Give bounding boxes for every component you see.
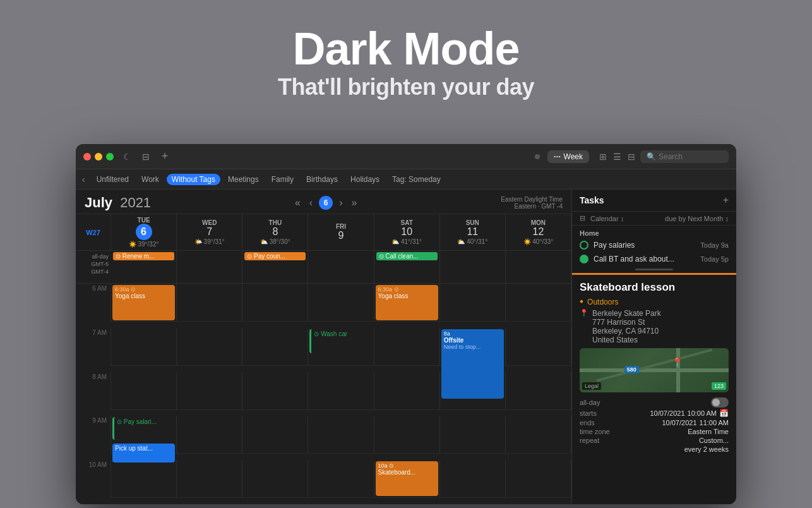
filter-holidays[interactable]: Holidays [345,174,385,185]
map-road-h [580,368,729,372]
allday-toggle[interactable] [711,397,729,408]
filter-meetings[interactable]: Meetings [223,174,264,185]
time-cell-9am-sun[interactable] [440,416,506,454]
time-cell-6am-thu[interactable] [242,284,308,322]
time-cell-8am-wed[interactable] [177,372,242,410]
week-number-cell: W27 [76,214,111,250]
nav-prev[interactable]: ‹ [307,196,315,210]
close-button[interactable] [83,153,91,160]
add-icon[interactable]: + [159,151,170,162]
minimize-button[interactable] [95,153,102,160]
filterbar: ‹ Unfiltered Work Without Tags Meetings … [76,169,736,190]
status-dot [535,154,540,159]
filter-work[interactable]: Work [136,174,164,185]
task-label: Call BT and ask about... [594,255,695,263]
nav-prev-prev[interactable]: « [292,196,303,210]
time-cell-10am-fri[interactable] [308,460,374,498]
filter-unfiltered[interactable]: Unfiltered [92,174,134,185]
cal-icon: 📅 [719,409,729,418]
time-cell-9am-fri[interactable] [308,416,374,454]
time-cell-6am-tue[interactable]: 6:30a ⊙ Yoga class [111,284,177,322]
time-cell-10am-thu[interactable] [242,460,308,498]
time-cell-6am-wed[interactable] [177,284,242,322]
time-cell-6am-sun[interactable] [440,284,506,322]
time-cell-9am-wed[interactable] [177,416,242,454]
time-cell-6am-sat[interactable]: 6:30a ⊙ Yoga class [374,284,440,322]
grid-icon[interactable]: ⊞ [599,152,607,162]
event-pay-salaries[interactable]: ⊙ Pay salari... [112,417,175,440]
today-button[interactable]: 6 [319,196,333,210]
search-bar[interactable]: 🔍 [640,150,729,163]
time-cell-8am-tue[interactable] [111,372,177,410]
calendar-filter[interactable]: Calendar ↕ [590,215,624,222]
time-cell-10am-wed[interactable] [177,460,242,498]
week-label: Week [564,152,583,161]
time-cell-10am-sun[interactable] [440,460,506,498]
time-cell-9am-thu[interactable] [242,416,308,454]
time-cell-10am-sat[interactable]: 10a ⊙ Skateboard... [374,460,440,498]
task-item-pay-salaries[interactable]: Pay salaries Today 9a [572,238,736,252]
tasks-add-button[interactable]: + [723,195,729,206]
time-cell-10am-mon[interactable] [506,460,571,498]
starts-label: starts [580,409,597,417]
nav-next[interactable]: › [337,196,345,210]
tasks-title: Tasks [580,195,720,205]
task-item-call-bt[interactable]: Call BT and ask about... Today 5p [572,252,736,266]
filter-birthdays[interactable]: Birthdays [301,174,343,185]
time-cell-8am-sun[interactable] [440,372,506,410]
time-cell-8am-thu[interactable] [242,372,308,410]
filter-without-tags[interactable]: Without Tags [167,174,220,185]
time-cell-9am-tue[interactable]: ⊙ Pay salari... Pick up stat... [111,416,177,454]
map-legal: Legal [582,382,601,390]
allday-event-pay[interactable]: ⊙ Pay coun... [244,252,306,260]
time-cell-7am-mon[interactable] [506,328,571,366]
event-skateboard-mini[interactable]: 10a ⊙ Skateboard... [376,461,438,496]
time-label-7am: 7 AM [76,328,111,366]
time-cell-7am-thu[interactable] [242,328,308,366]
week-dots-icon: ••• [554,154,561,159]
time-label-9am: 9 AM [76,416,111,454]
due-filter[interactable]: due by Next Month ↕ [665,215,729,222]
map-thumbnail[interactable]: 580 📍 Legal 123 [580,348,729,392]
event-calendar: Outdoors [587,298,618,306]
time-cell-7am-sat[interactable] [374,328,440,366]
time-cell-10am-tue[interactable] [111,460,177,498]
filter-tag-someday[interactable]: Tag: Someday [387,174,446,185]
time-cell-9am-sat[interactable] [374,416,440,454]
time-cell-8am-mon[interactable] [506,372,571,410]
time-cell-8am-sat[interactable] [374,372,440,410]
list-icon[interactable]: ☰ [613,152,621,162]
nav-next-next[interactable]: » [349,196,359,210]
allday-event-call[interactable]: ⊙ Call clean... [376,252,438,260]
tasks-group-home: Home [572,226,736,238]
filter-family[interactable]: Family [266,174,299,185]
calendar-nav: « ‹ 6 › » [292,196,359,210]
time-cell-8am-fri[interactable] [308,372,374,410]
day-header-wed: WED 7 🌤️ 39°/31° [177,214,242,250]
allday-meta-label: all-day [580,399,600,406]
time-cell-7am-sun[interactable]: 8a Offsite Need to stop... [440,328,506,366]
main-content: July 2021 « ‹ 6 › » Eastern Daylight Tim… [76,190,736,504]
time-cell-7am-fri[interactable]: ⊙ Wash car [308,328,374,366]
panel-icon[interactable]: ⊟ [628,152,635,162]
event-yoga-tue[interactable]: 6:30a ⊙ Yoga class [112,285,175,320]
event-wash-car[interactable]: ⊙ Wash car [309,329,372,353]
time-cell-7am-wed[interactable] [177,328,242,366]
fullscreen-button[interactable] [106,153,114,160]
week-view-button[interactable]: ••• Week [547,150,589,163]
starts-meta-row: starts 10/07/2021 10:00 AM 📅 [580,409,729,418]
search-input[interactable] [659,152,722,161]
time-cell-7am-tue[interactable] [111,328,177,366]
titlebar: ☾ ⊟ + ••• Week ⊞ ☰ ⊟ 🔍 [76,144,736,169]
time-cell-9am-mon[interactable] [506,416,571,454]
event-yoga-sat[interactable]: 6:30a ⊙ Yoga class [376,285,438,320]
allday-event-renew[interactable]: ⊙ Renew m... [113,252,174,260]
time-cell-6am-fri[interactable] [308,284,374,322]
sidebar-icon[interactable]: ⊟ [140,151,152,162]
day-header-tue: TUE 6 ☀️ 39°/32° [111,214,177,250]
event-title: Skateboard lesson [580,281,729,294]
back-icon[interactable]: ‹ [82,174,85,184]
time-cell-6am-mon[interactable] [506,284,571,322]
allday-sat: ⊙ Call clean... [374,251,440,283]
circle-icon: ● [580,298,583,305]
